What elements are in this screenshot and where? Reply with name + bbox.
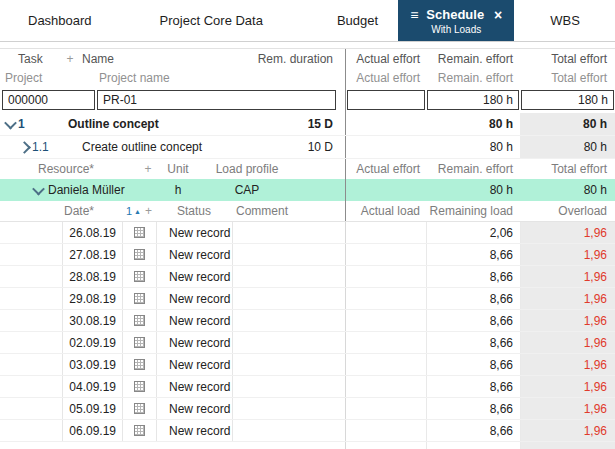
actual-effort-cell[interactable] (346, 179, 426, 201)
remaining-load-cell[interactable]: 8,66 (426, 244, 520, 265)
remain-effort-cell[interactable]: 80 h (426, 179, 520, 201)
remaining-load-cell[interactable]: 8,66 (426, 310, 520, 331)
tab-project-core-data[interactable]: Project Core Data (152, 0, 271, 41)
remaining-load-cell[interactable]: 2,06 (426, 222, 520, 243)
date-cell[interactable]: 02.09.19 (62, 332, 122, 353)
status-cell[interactable]: New record (156, 266, 232, 287)
actual-load-cell[interactable] (346, 398, 426, 419)
comment-cell[interactable] (232, 288, 345, 309)
status-cell[interactable]: New record (156, 288, 232, 309)
status-cell[interactable]: New record (156, 376, 232, 397)
project-total-effort-field[interactable]: 180 h (521, 90, 614, 110)
remain-effort-cell[interactable]: 80 h (426, 113, 520, 135)
comment-cell[interactable] (232, 266, 345, 287)
project-id-field[interactable]: 000000 (2, 90, 95, 110)
actual-load-cell[interactable] (346, 266, 426, 287)
tab-dashboard[interactable]: Dashboard (16, 0, 104, 41)
remaining-load-cell[interactable]: 8,66 (426, 398, 520, 419)
actual-load-cell[interactable] (346, 244, 426, 265)
collapse-chevron-icon[interactable] (2, 120, 18, 129)
status-cell[interactable]: New record (156, 420, 232, 441)
actual-load-cell[interactable] (346, 420, 426, 441)
actual-effort-cell[interactable] (346, 113, 426, 135)
actual-load-cell[interactable] (346, 288, 426, 309)
remaining-load-cell[interactable]: 8,66 (426, 376, 520, 397)
remaining-load-cell[interactable]: 8,66 (426, 266, 520, 287)
tab-budget[interactable]: Budget (329, 0, 386, 41)
status-cell[interactable]: New record (156, 244, 232, 265)
comment-cell[interactable] (232, 332, 345, 353)
comment-cell[interactable] (232, 310, 345, 331)
remaining-load-cell[interactable]: 8,66 (426, 332, 520, 353)
remaining-load-cell[interactable]: 8,66 (426, 420, 520, 441)
resource-unit[interactable]: h (155, 183, 201, 197)
remaining-load-cell[interactable]: 8,66 (426, 288, 520, 309)
status-cell[interactable]: New record (156, 354, 232, 375)
add-resource-button[interactable]: + (141, 162, 155, 176)
comment-cell[interactable] (232, 222, 345, 243)
calendar-icon[interactable] (134, 271, 145, 282)
calendar-icon[interactable] (134, 227, 145, 238)
remain-effort-cell[interactable]: 80 h (426, 136, 520, 158)
actual-load-cell[interactable] (346, 310, 426, 331)
actual-effort-cell[interactable] (346, 136, 426, 158)
task-duration[interactable]: 10 D (245, 140, 345, 154)
status-cell[interactable]: New record (156, 222, 232, 243)
date-cell[interactable]: 04.09.19 (62, 376, 122, 397)
calendar-icon[interactable] (134, 359, 145, 370)
calendar-icon[interactable] (134, 403, 145, 414)
date-cell[interactable]: 26.08.19 (62, 222, 122, 243)
project-header-row: Project Project name Actual effort Remai… (0, 69, 615, 87)
table-row: 03.09.19 New record 8,66 1,96 (0, 354, 615, 376)
resource-row[interactable]: Daniela Müller h CAP 80 h 80 h (0, 179, 615, 201)
actual-load-cell[interactable] (346, 354, 426, 375)
project-remain-effort-field[interactable]: 180 h (427, 90, 519, 110)
task-name[interactable]: Outline concept (68, 117, 245, 131)
expand-chevron-icon[interactable] (16, 143, 32, 152)
task-name[interactable]: Create outline concept (82, 140, 245, 154)
collapse-chevron-icon[interactable] (30, 186, 46, 195)
status-cell[interactable]: New record (156, 332, 232, 353)
close-icon[interactable]: × (494, 7, 502, 23)
comment-cell[interactable] (232, 376, 345, 397)
comment-cell[interactable] (232, 398, 345, 419)
calendar-icon[interactable] (134, 293, 145, 304)
date-column-header[interactable]: Date* (62, 204, 122, 218)
status-cell[interactable]: New record (156, 310, 232, 331)
comment-cell[interactable] (232, 354, 345, 375)
task-duration[interactable]: 15 D (245, 117, 345, 131)
remaining-load-cell[interactable]: 8,66 (426, 354, 520, 375)
comment-cell[interactable] (232, 244, 345, 265)
date-cell[interactable]: 30.08.19 (62, 310, 122, 331)
calendar-icon[interactable] (134, 425, 145, 436)
actual-load-cell[interactable] (346, 222, 426, 243)
task-number[interactable]: 1.1 (32, 140, 82, 154)
date-cell[interactable]: 03.09.19 (62, 354, 122, 375)
add-task-button[interactable]: + (62, 52, 78, 66)
resource-name[interactable]: Daniela Müller (46, 183, 155, 197)
date-cell[interactable]: 29.08.19 (62, 288, 122, 309)
add-load-button[interactable]: + (145, 204, 152, 218)
date-cell[interactable]: 28.08.19 (62, 266, 122, 287)
menu-icon[interactable]: ≡ (410, 7, 418, 23)
calendar-icon[interactable] (134, 337, 145, 348)
project-name-field[interactable]: PR-01 (97, 90, 336, 110)
calendar-icon[interactable] (134, 315, 145, 326)
calendar-icon[interactable] (134, 249, 145, 260)
calendar-icon[interactable] (134, 381, 145, 392)
overload-cell: 1,96 (520, 266, 615, 287)
date-cell[interactable]: 06.09.19 (62, 420, 122, 441)
table-row: 30.08.19 New record 8,66 1,96 (0, 310, 615, 332)
tab-wbs[interactable]: WBS (540, 0, 590, 41)
sort-control[interactable]: 1 ▲ + (122, 204, 156, 218)
actual-load-cell[interactable] (346, 332, 426, 353)
date-cell[interactable]: 27.08.19 (62, 244, 122, 265)
actual-load-cell[interactable] (346, 376, 426, 397)
project-actual-effort-field[interactable] (347, 90, 425, 110)
status-cell[interactable]: New record (156, 398, 232, 419)
resource-load-profile[interactable]: CAP (201, 183, 293, 197)
task-number[interactable]: 1 (18, 117, 68, 131)
comment-cell[interactable] (232, 420, 345, 441)
date-cell[interactable]: 05.09.19 (62, 398, 122, 419)
tab-schedule-active[interactable]: ≡ Schedule × With Loads (398, 0, 514, 41)
